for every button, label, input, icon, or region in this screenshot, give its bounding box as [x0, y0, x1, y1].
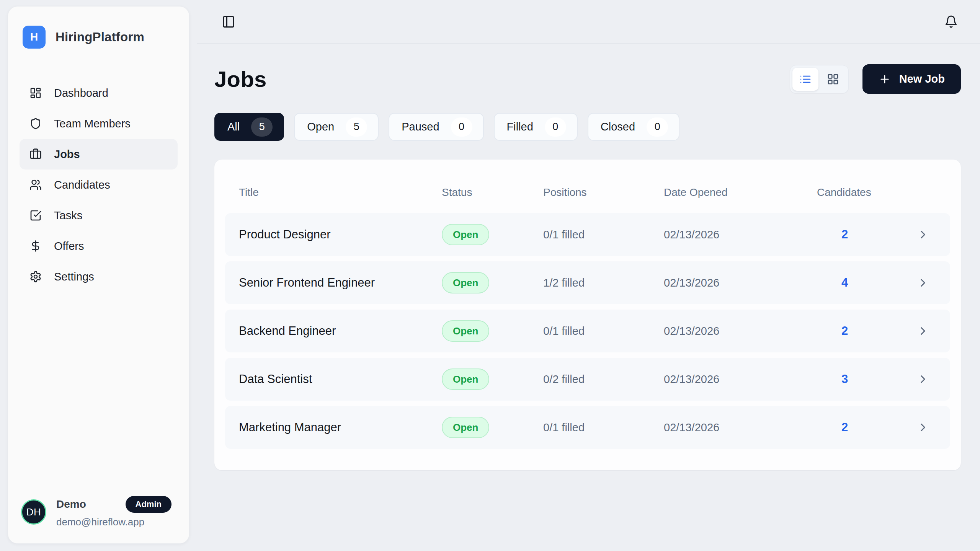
job-candidates-count: 3 [817, 372, 916, 386]
new-job-label: New Job [899, 73, 945, 85]
column-header-status: Status [442, 186, 543, 199]
shield-icon [29, 117, 42, 130]
chevron-right-icon [916, 324, 929, 337]
sidebar-item-dashboard[interactable]: Dashboard [20, 78, 178, 108]
sidebar-item-settings[interactable]: Settings [20, 261, 178, 292]
status-badge: Open [442, 272, 489, 293]
briefcase-icon [29, 148, 42, 160]
sidebar-nav: Dashboard Team Members Jobs Candidates T… [20, 78, 178, 292]
sidebar-item-label: Team Members [54, 117, 131, 130]
list-icon [799, 73, 812, 85]
filter-tab-filled[interactable]: Filled 0 [494, 113, 578, 141]
view-toggle [790, 65, 849, 93]
user-box[interactable]: DH Demo Admin demo@hireflow.app [20, 496, 178, 528]
chevron-right-icon [916, 373, 929, 386]
job-title: Marketing Manager [239, 421, 442, 434]
status-badge: Open [442, 417, 489, 438]
notifications-button[interactable] [942, 13, 960, 31]
sidebar-item-offers[interactable]: Offers [20, 231, 178, 261]
job-candidates-count: 2 [817, 421, 916, 434]
column-header-date-opened: Date Opened [664, 186, 817, 199]
grid-view-button[interactable] [820, 68, 846, 91]
status-badge: Open [442, 368, 489, 390]
table-row[interactable]: Product Designer Open 0/1 filled 02/13/2… [225, 213, 950, 256]
table-row[interactable]: Senior Frontend Engineer Open 1/2 filled… [225, 261, 950, 304]
column-header-candidates: Candidates [817, 186, 916, 199]
job-candidates-count: 4 [817, 276, 916, 290]
table-header-row: Title Status Positions Date Opened Candi… [225, 172, 950, 213]
status-badge: Open [442, 224, 489, 245]
filter-tab-closed[interactable]: Closed 0 [588, 113, 679, 141]
sidebar-item-label: Settings [54, 271, 94, 283]
gear-icon [29, 271, 42, 283]
table-row[interactable]: Backend Engineer Open 0/1 filled 02/13/2… [225, 310, 950, 352]
avatar: DH [21, 499, 46, 525]
job-positions: 0/2 filled [543, 373, 664, 386]
status-badge: Open [442, 320, 489, 342]
job-date-opened: 02/13/2026 [664, 228, 817, 241]
page-title: Jobs [214, 66, 267, 92]
dashboard-icon [29, 87, 42, 99]
job-positions: 0/1 filled [543, 421, 664, 434]
brand: H HiringPlatform [20, 26, 178, 49]
job-positions: 0/1 filled [543, 325, 664, 337]
chevron-right-icon [916, 276, 929, 289]
topbar [197, 0, 980, 44]
filter-tab-paused[interactable]: Paused 0 [389, 113, 483, 141]
sidebar: H HiringPlatform Dashboard Team Members … [8, 6, 189, 544]
check-square-icon [29, 209, 42, 222]
user-name: Demo [56, 498, 86, 510]
chevron-right-icon [916, 228, 929, 241]
grid-icon [827, 73, 839, 85]
bell-icon [944, 15, 958, 28]
user-email: demo@hireflow.app [56, 516, 176, 528]
sidebar-item-team-members[interactable]: Team Members [20, 108, 178, 139]
sidebar-item-label: Candidates [54, 179, 110, 191]
job-positions: 0/1 filled [543, 228, 664, 241]
job-positions: 1/2 filled [543, 277, 664, 289]
filter-tab-all[interactable]: All 5 [214, 113, 284, 141]
job-date-opened: 02/13/2026 [664, 373, 817, 386]
column-header-title: Title [239, 186, 442, 199]
brand-logo: H [23, 26, 46, 49]
table-row[interactable]: Data Scientist Open 0/2 filled 02/13/202… [225, 358, 950, 401]
filter-count-badge: 0 [545, 117, 566, 137]
sidebar-item-label: Dashboard [54, 87, 108, 99]
sidebar-item-label: Jobs [54, 148, 80, 161]
sidebar-toggle-button[interactable] [219, 13, 238, 31]
filter-tab-open[interactable]: Open 5 [294, 113, 379, 141]
plus-icon [879, 73, 891, 85]
filter-count-badge: 5 [346, 117, 367, 137]
job-date-opened: 02/13/2026 [664, 277, 817, 289]
job-date-opened: 02/13/2026 [664, 325, 817, 337]
users-icon [29, 179, 42, 191]
panel-left-icon [222, 15, 235, 29]
filter-tabs: All 5 Open 5 Paused 0 Filled 0 Closed 0 [214, 113, 961, 141]
dollar-icon [29, 240, 42, 252]
chevron-right-icon [916, 421, 929, 434]
brand-name: HiringPlatform [56, 30, 144, 44]
filter-label: Paused [402, 121, 439, 133]
job-title: Data Scientist [239, 372, 442, 386]
table-row[interactable]: Marketing Manager Open 0/1 filled 02/13/… [225, 406, 950, 449]
job-title: Senior Frontend Engineer [239, 276, 442, 290]
filter-count-badge: 5 [251, 117, 273, 137]
job-title: Backend Engineer [239, 324, 442, 338]
sidebar-item-candidates[interactable]: Candidates [20, 170, 178, 200]
filter-label: Filled [507, 121, 533, 133]
job-candidates-count: 2 [817, 228, 916, 241]
job-candidates-count: 2 [817, 324, 916, 338]
filter-count-badge: 0 [647, 117, 668, 137]
jobs-table: Title Status Positions Date Opened Candi… [214, 160, 961, 470]
job-title: Product Designer [239, 228, 442, 241]
sidebar-item-tasks[interactable]: Tasks [20, 200, 178, 231]
main-content: Jobs New Job [197, 44, 980, 551]
new-job-button[interactable]: New Job [862, 64, 961, 94]
role-badge: Admin [126, 496, 172, 513]
sidebar-item-label: Tasks [54, 209, 82, 222]
filter-count-badge: 0 [451, 117, 472, 137]
sidebar-item-jobs[interactable]: Jobs [20, 139, 178, 170]
job-date-opened: 02/13/2026 [664, 421, 817, 434]
filter-label: Closed [601, 121, 635, 133]
list-view-button[interactable] [792, 68, 818, 91]
